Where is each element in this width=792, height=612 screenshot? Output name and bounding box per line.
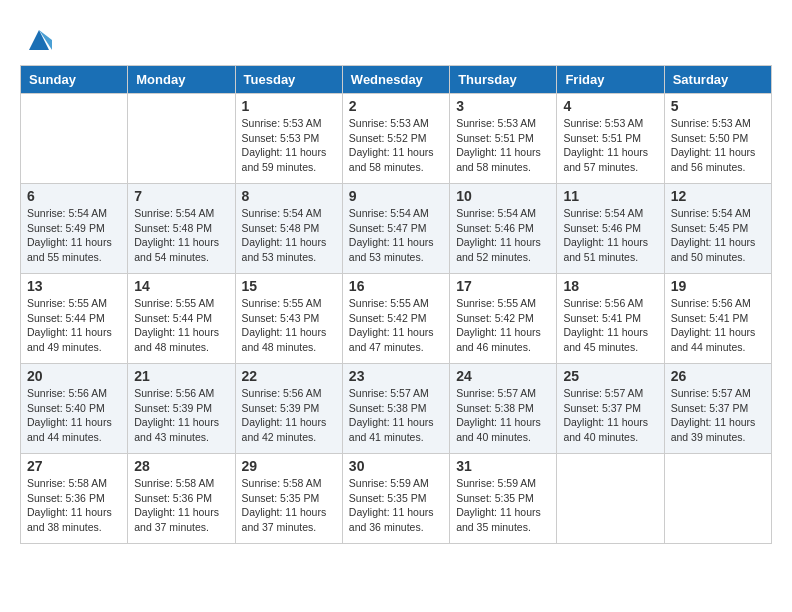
- day-info: Sunrise: 5:53 AM Sunset: 5:53 PM Dayligh…: [242, 116, 336, 175]
- day-info: Sunrise: 5:59 AM Sunset: 5:35 PM Dayligh…: [349, 476, 443, 535]
- calendar-cell: 27Sunrise: 5:58 AM Sunset: 5:36 PM Dayli…: [21, 454, 128, 544]
- calendar-cell: 22Sunrise: 5:56 AM Sunset: 5:39 PM Dayli…: [235, 364, 342, 454]
- calendar-cell: 16Sunrise: 5:55 AM Sunset: 5:42 PM Dayli…: [342, 274, 449, 364]
- weekday-header: Sunday: [21, 66, 128, 94]
- calendar-week-row: 27Sunrise: 5:58 AM Sunset: 5:36 PM Dayli…: [21, 454, 772, 544]
- calendar-cell: 17Sunrise: 5:55 AM Sunset: 5:42 PM Dayli…: [450, 274, 557, 364]
- day-info: Sunrise: 5:54 AM Sunset: 5:46 PM Dayligh…: [456, 206, 550, 265]
- calendar-cell: 19Sunrise: 5:56 AM Sunset: 5:41 PM Dayli…: [664, 274, 771, 364]
- day-number: 9: [349, 188, 443, 204]
- calendar: SundayMondayTuesdayWednesdayThursdayFrid…: [20, 65, 772, 544]
- day-info: Sunrise: 5:54 AM Sunset: 5:47 PM Dayligh…: [349, 206, 443, 265]
- day-number: 24: [456, 368, 550, 384]
- day-info: Sunrise: 5:56 AM Sunset: 5:39 PM Dayligh…: [242, 386, 336, 445]
- calendar-cell: 26Sunrise: 5:57 AM Sunset: 5:37 PM Dayli…: [664, 364, 771, 454]
- day-number: 19: [671, 278, 765, 294]
- day-number: 18: [563, 278, 657, 294]
- day-info: Sunrise: 5:55 AM Sunset: 5:43 PM Dayligh…: [242, 296, 336, 355]
- calendar-cell: 30Sunrise: 5:59 AM Sunset: 5:35 PM Dayli…: [342, 454, 449, 544]
- calendar-cell: 13Sunrise: 5:55 AM Sunset: 5:44 PM Dayli…: [21, 274, 128, 364]
- day-info: Sunrise: 5:59 AM Sunset: 5:35 PM Dayligh…: [456, 476, 550, 535]
- day-info: Sunrise: 5:56 AM Sunset: 5:41 PM Dayligh…: [671, 296, 765, 355]
- day-number: 21: [134, 368, 228, 384]
- weekday-header: Monday: [128, 66, 235, 94]
- calendar-cell: 14Sunrise: 5:55 AM Sunset: 5:44 PM Dayli…: [128, 274, 235, 364]
- day-info: Sunrise: 5:53 AM Sunset: 5:52 PM Dayligh…: [349, 116, 443, 175]
- day-number: 12: [671, 188, 765, 204]
- calendar-cell: 23Sunrise: 5:57 AM Sunset: 5:38 PM Dayli…: [342, 364, 449, 454]
- calendar-cell: 18Sunrise: 5:56 AM Sunset: 5:41 PM Dayli…: [557, 274, 664, 364]
- weekday-header: Friday: [557, 66, 664, 94]
- day-number: 3: [456, 98, 550, 114]
- calendar-cell: 12Sunrise: 5:54 AM Sunset: 5:45 PM Dayli…: [664, 184, 771, 274]
- day-number: 5: [671, 98, 765, 114]
- logo: [20, 25, 54, 55]
- day-number: 29: [242, 458, 336, 474]
- calendar-cell: 6Sunrise: 5:54 AM Sunset: 5:49 PM Daylig…: [21, 184, 128, 274]
- day-number: 7: [134, 188, 228, 204]
- day-info: Sunrise: 5:54 AM Sunset: 5:49 PM Dayligh…: [27, 206, 121, 265]
- day-number: 17: [456, 278, 550, 294]
- calendar-week-row: 13Sunrise: 5:55 AM Sunset: 5:44 PM Dayli…: [21, 274, 772, 364]
- weekday-header: Tuesday: [235, 66, 342, 94]
- day-info: Sunrise: 5:54 AM Sunset: 5:48 PM Dayligh…: [134, 206, 228, 265]
- day-number: 26: [671, 368, 765, 384]
- weekday-header: Thursday: [450, 66, 557, 94]
- calendar-cell: 15Sunrise: 5:55 AM Sunset: 5:43 PM Dayli…: [235, 274, 342, 364]
- day-number: 23: [349, 368, 443, 384]
- day-info: Sunrise: 5:53 AM Sunset: 5:51 PM Dayligh…: [456, 116, 550, 175]
- day-info: Sunrise: 5:57 AM Sunset: 5:37 PM Dayligh…: [671, 386, 765, 445]
- calendar-cell: 1Sunrise: 5:53 AM Sunset: 5:53 PM Daylig…: [235, 94, 342, 184]
- day-number: 1: [242, 98, 336, 114]
- day-info: Sunrise: 5:56 AM Sunset: 5:39 PM Dayligh…: [134, 386, 228, 445]
- day-number: 4: [563, 98, 657, 114]
- calendar-cell: [557, 454, 664, 544]
- day-number: 8: [242, 188, 336, 204]
- day-info: Sunrise: 5:55 AM Sunset: 5:42 PM Dayligh…: [349, 296, 443, 355]
- calendar-cell: 3Sunrise: 5:53 AM Sunset: 5:51 PM Daylig…: [450, 94, 557, 184]
- calendar-cell: 28Sunrise: 5:58 AM Sunset: 5:36 PM Dayli…: [128, 454, 235, 544]
- day-number: 14: [134, 278, 228, 294]
- day-number: 16: [349, 278, 443, 294]
- day-info: Sunrise: 5:56 AM Sunset: 5:41 PM Dayligh…: [563, 296, 657, 355]
- calendar-cell: 29Sunrise: 5:58 AM Sunset: 5:35 PM Dayli…: [235, 454, 342, 544]
- logo-icon: [24, 25, 54, 55]
- calendar-cell: 10Sunrise: 5:54 AM Sunset: 5:46 PM Dayli…: [450, 184, 557, 274]
- calendar-cell: 20Sunrise: 5:56 AM Sunset: 5:40 PM Dayli…: [21, 364, 128, 454]
- calendar-cell: 5Sunrise: 5:53 AM Sunset: 5:50 PM Daylig…: [664, 94, 771, 184]
- day-number: 20: [27, 368, 121, 384]
- day-number: 30: [349, 458, 443, 474]
- day-info: Sunrise: 5:55 AM Sunset: 5:42 PM Dayligh…: [456, 296, 550, 355]
- calendar-cell: 31Sunrise: 5:59 AM Sunset: 5:35 PM Dayli…: [450, 454, 557, 544]
- calendar-cell: 21Sunrise: 5:56 AM Sunset: 5:39 PM Dayli…: [128, 364, 235, 454]
- day-info: Sunrise: 5:55 AM Sunset: 5:44 PM Dayligh…: [27, 296, 121, 355]
- day-number: 22: [242, 368, 336, 384]
- day-info: Sunrise: 5:57 AM Sunset: 5:38 PM Dayligh…: [456, 386, 550, 445]
- day-number: 28: [134, 458, 228, 474]
- weekday-header: Wednesday: [342, 66, 449, 94]
- day-number: 10: [456, 188, 550, 204]
- day-number: 27: [27, 458, 121, 474]
- calendar-week-row: 1Sunrise: 5:53 AM Sunset: 5:53 PM Daylig…: [21, 94, 772, 184]
- day-info: Sunrise: 5:54 AM Sunset: 5:46 PM Dayligh…: [563, 206, 657, 265]
- calendar-cell: 25Sunrise: 5:57 AM Sunset: 5:37 PM Dayli…: [557, 364, 664, 454]
- day-info: Sunrise: 5:57 AM Sunset: 5:38 PM Dayligh…: [349, 386, 443, 445]
- calendar-cell: [128, 94, 235, 184]
- day-info: Sunrise: 5:54 AM Sunset: 5:45 PM Dayligh…: [671, 206, 765, 265]
- calendar-cell: 24Sunrise: 5:57 AM Sunset: 5:38 PM Dayli…: [450, 364, 557, 454]
- day-info: Sunrise: 5:58 AM Sunset: 5:36 PM Dayligh…: [134, 476, 228, 535]
- day-info: Sunrise: 5:53 AM Sunset: 5:50 PM Dayligh…: [671, 116, 765, 175]
- day-info: Sunrise: 5:58 AM Sunset: 5:36 PM Dayligh…: [27, 476, 121, 535]
- calendar-cell: 7Sunrise: 5:54 AM Sunset: 5:48 PM Daylig…: [128, 184, 235, 274]
- calendar-week-row: 6Sunrise: 5:54 AM Sunset: 5:49 PM Daylig…: [21, 184, 772, 274]
- calendar-cell: 9Sunrise: 5:54 AM Sunset: 5:47 PM Daylig…: [342, 184, 449, 274]
- day-number: 13: [27, 278, 121, 294]
- calendar-cell: 2Sunrise: 5:53 AM Sunset: 5:52 PM Daylig…: [342, 94, 449, 184]
- day-number: 2: [349, 98, 443, 114]
- day-info: Sunrise: 5:58 AM Sunset: 5:35 PM Dayligh…: [242, 476, 336, 535]
- day-info: Sunrise: 5:54 AM Sunset: 5:48 PM Dayligh…: [242, 206, 336, 265]
- calendar-week-row: 20Sunrise: 5:56 AM Sunset: 5:40 PM Dayli…: [21, 364, 772, 454]
- day-info: Sunrise: 5:55 AM Sunset: 5:44 PM Dayligh…: [134, 296, 228, 355]
- day-number: 6: [27, 188, 121, 204]
- weekday-header: Saturday: [664, 66, 771, 94]
